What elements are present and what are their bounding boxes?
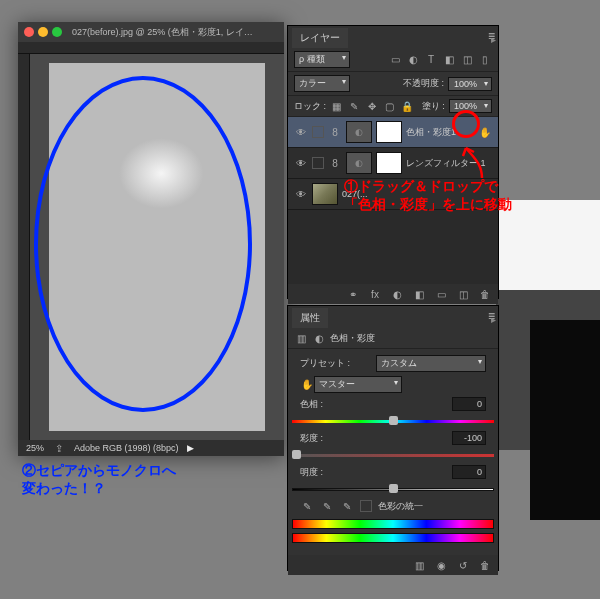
layer-mask-thumb[interactable] [376, 121, 402, 143]
filter-type-icon[interactable]: T [424, 53, 438, 67]
hue-strip-top [292, 519, 494, 529]
layer-hue-saturation[interactable]: 👁 8 ◐ 色相・彩度1 ✋ [288, 117, 498, 148]
tab-attributes[interactable]: 属性 [292, 308, 328, 328]
new-adjustment-icon[interactable]: ◧ [412, 287, 426, 301]
lock-all-icon[interactable]: 🔒 [400, 99, 414, 113]
zoom-value[interactable]: 25% [26, 443, 44, 453]
link-layers-icon[interactable]: ⚭ [346, 287, 360, 301]
attributes-panel: 属性 ≡ ▥ ◐ 色相・彩度 プリセット : カスタム ✋ マスター 色相 :0… [288, 306, 498, 570]
lock-position-icon[interactable]: ✥ [365, 99, 379, 113]
new-layer-icon[interactable]: ◫ [456, 287, 470, 301]
layers-empty-area [288, 210, 498, 284]
titlebar[interactable]: 027(before).jpg @ 25% (色相・彩度1, レイ… [18, 22, 284, 42]
filter-adjust-icon[interactable]: ◐ [406, 53, 420, 67]
opacity-label: 不透明度 : [403, 77, 444, 90]
color-profile: Adobe RGB (1998) (8bpc) [74, 443, 179, 453]
light-label: 明度 : [300, 466, 323, 479]
opacity-field[interactable]: 100% [448, 77, 492, 91]
eyedropper-icon[interactable]: ✎ [300, 499, 314, 513]
colorize-checkbox[interactable] [360, 500, 372, 512]
image-thumb[interactable] [312, 183, 338, 205]
layer-mask-thumb[interactable] [376, 152, 402, 174]
attributes-footer: ▥ ◉ ↺ 🗑 [288, 555, 498, 575]
layers-footer: ⚭ fx ◐ ◧ ▭ ◫ 🗑 [288, 284, 498, 304]
reset-icon[interactable]: ↺ [456, 558, 470, 572]
adjustment-thumb[interactable]: ◐ [346, 121, 372, 143]
hue-label: 色相 : [300, 398, 323, 411]
lock-label: ロック : [294, 100, 326, 113]
collapse-icon: ▸ [491, 314, 496, 325]
annotation-text-1: ①ドラッグ＆ドロップで 「色相・彩度」を上に移動 [344, 178, 512, 213]
hand-sampler-icon[interactable]: ✋ [300, 378, 314, 392]
minimize-icon[interactable] [38, 27, 48, 37]
filter-kind-select[interactable]: ρ 種類 [294, 51, 350, 68]
collapse-icon: ▸ [491, 34, 496, 45]
visibility-icon[interactable]: 👁 [294, 156, 308, 170]
lock-transparency-icon[interactable]: ▦ [330, 99, 344, 113]
ruler-horizontal[interactable] [18, 42, 284, 54]
visibility-icon[interactable]: 👁 [294, 187, 308, 201]
share-icon[interactable]: ⇪ [52, 441, 66, 455]
adjustment-mode-icon[interactable]: ◐ [312, 331, 326, 345]
clip-mask-icon[interactable] [312, 157, 324, 169]
lock-pixels-icon[interactable]: ✎ [348, 99, 362, 113]
tab-layers[interactable]: レイヤー [292, 28, 348, 48]
lock-artboard-icon[interactable]: ▢ [383, 99, 397, 113]
panel-grip[interactable]: ▸ [488, 26, 498, 298]
clip-to-layer-icon[interactable]: ▥ [412, 558, 426, 572]
close-icon[interactable] [24, 27, 34, 37]
mask-mode-icon[interactable]: ▥ [294, 331, 308, 345]
view-previous-icon[interactable]: ◉ [434, 558, 448, 572]
new-group-icon[interactable]: ▭ [434, 287, 448, 301]
light-field[interactable]: 0 [452, 465, 486, 479]
hue-field[interactable]: 0 [452, 397, 486, 411]
document-title: 027(before).jpg @ 25% (色相・彩度1, レイ… [72, 26, 253, 39]
fill-label: 塗り : [422, 100, 445, 113]
document-image [49, 63, 265, 431]
preset-select[interactable]: カスタム [376, 355, 486, 372]
colorize-label: 色彩の統一 [378, 500, 423, 513]
visibility-icon[interactable]: 👁 [294, 125, 308, 139]
annotation-text-2: ②セピアからモノクロへ 変わった！？ [22, 462, 176, 497]
hue-strip-bottom [292, 533, 494, 543]
canvas[interactable] [30, 54, 284, 440]
add-mask-icon[interactable]: ◐ [390, 287, 404, 301]
zoom-icon[interactable] [52, 27, 62, 37]
eyedropper-plus-icon[interactable]: ✎ [320, 499, 334, 513]
channel-select[interactable]: マスター [314, 376, 402, 393]
layer-name[interactable]: レンズフィルター 1 [406, 157, 492, 170]
slider-thumb-icon[interactable] [292, 450, 301, 459]
panel-grip[interactable]: ▸ [488, 306, 498, 570]
filter-shape-icon[interactable]: ◧ [442, 53, 456, 67]
blend-mode-select[interactable]: カラー [294, 75, 350, 92]
layer-lens-filter[interactable]: 👁 8 ◐ レンズフィルター 1 [288, 148, 498, 179]
layers-panel: レイヤー ≡ ρ 種類 ▭ ◐ T ◧ ◫ ▯ カラー 不透明度 : 100% … [288, 26, 498, 298]
filter-image-icon[interactable]: ▭ [388, 53, 402, 67]
slider-thumb-icon[interactable] [389, 484, 398, 493]
preset-label: プリセット : [300, 357, 350, 370]
link-icon[interactable]: 8 [328, 156, 342, 170]
layer-fx-icon[interactable]: fx [368, 287, 382, 301]
sat-slider[interactable] [292, 449, 494, 461]
adjustment-thumb[interactable]: ◐ [346, 152, 372, 174]
document-window: 027(before).jpg @ 25% (色相・彩度1, レイ… 25% ⇪… [18, 22, 284, 456]
fill-field[interactable]: 100% [449, 99, 492, 113]
clip-mask-icon[interactable] [312, 126, 324, 138]
hue-slider[interactable] [292, 415, 494, 427]
sat-field[interactable]: -100 [452, 431, 486, 445]
layer-name[interactable]: 色相・彩度1 [406, 126, 474, 139]
slider-thumb-icon[interactable] [389, 416, 398, 425]
eyedropper-minus-icon[interactable]: ✎ [340, 499, 354, 513]
attributes-title: 色相・彩度 [330, 332, 375, 345]
filter-smart-icon[interactable]: ◫ [460, 53, 474, 67]
chevron-right-icon[interactable]: ▶ [187, 443, 194, 453]
status-bar: 25% ⇪ Adobe RGB (1998) (8bpc) ▶ [18, 440, 284, 456]
light-slider[interactable] [292, 483, 494, 495]
ruler-vertical[interactable] [18, 54, 30, 440]
link-icon[interactable]: 8 [328, 125, 342, 139]
sat-label: 彩度 : [300, 432, 323, 445]
